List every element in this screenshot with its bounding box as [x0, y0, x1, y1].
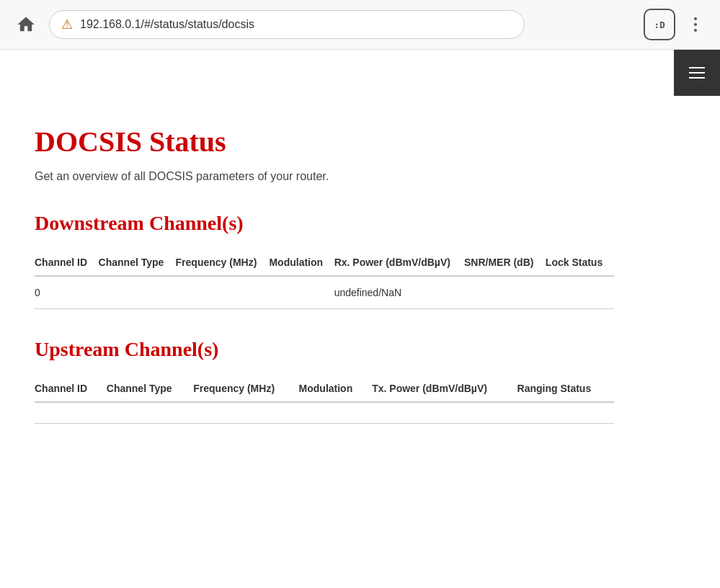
- downstream-cell-frequency: [176, 276, 270, 309]
- upstream-col-tx-power: Tx. Power (dBmV/dBµV): [372, 375, 517, 402]
- downstream-cell-snr-mer: [464, 276, 546, 309]
- page-nav: [0, 50, 720, 96]
- more-dot-1: [694, 17, 697, 20]
- upstream-col-modulation: Modulation: [299, 375, 373, 402]
- downstream-section-title: Downstream Channel(s): [35, 212, 614, 235]
- downstream-col-lock-status: Lock Status: [546, 249, 614, 276]
- page-subtitle: Get an overview of all DOCSIS parameters…: [35, 170, 614, 183]
- downstream-col-snr-mer: SNR/MER (dB): [464, 249, 546, 276]
- more-dot-2: [694, 23, 697, 26]
- devtools-button[interactable]: :D: [644, 9, 675, 40]
- main-content: DOCSIS Status Get an overview of all DOC…: [0, 96, 649, 481]
- downstream-cell-rx-power: undefined/NaN: [334, 276, 464, 309]
- upstream-col-channel-id: Channel ID: [35, 375, 107, 402]
- downstream-table-row: 0 undefined/NaN: [35, 276, 614, 309]
- downstream-section: Downstream Channel(s) Channel ID Channel…: [35, 212, 614, 309]
- upstream-empty-cell: [35, 402, 614, 424]
- downstream-cell-channel-type: [99, 276, 176, 309]
- hamburger-line-1: [689, 67, 705, 68]
- address-text: 192.168.0.1/#/status/status/docsis: [80, 18, 254, 31]
- warning-icon: ⚠: [61, 17, 73, 32]
- address-bar[interactable]: ⚠ 192.168.0.1/#/status/status/docsis: [49, 10, 525, 39]
- home-button[interactable]: [12, 10, 40, 39]
- upstream-table-empty-row: [35, 402, 614, 424]
- downstream-col-rx-power: Rx. Power (dBmV/dBµV): [334, 249, 464, 276]
- hamburger-line-3: [689, 77, 705, 79]
- upstream-col-channel-type: Channel Type: [107, 375, 193, 402]
- upstream-table-header-row: Channel ID Channel Type Frequency (MHz) …: [35, 375, 614, 402]
- browser-actions: :D: [644, 9, 708, 40]
- more-dot-3: [694, 29, 697, 32]
- downstream-cell-lock-status: [546, 276, 614, 309]
- downstream-col-channel-type: Channel Type: [99, 249, 176, 276]
- upstream-section: Upstream Channel(s) Channel ID Channel T…: [35, 338, 614, 424]
- upstream-table: Channel ID Channel Type Frequency (MHz) …: [35, 375, 614, 424]
- hamburger-menu-button[interactable]: [674, 50, 720, 96]
- upstream-col-ranging-status: Ranging Status: [517, 375, 614, 402]
- upstream-col-frequency: Frequency (MHz): [193, 375, 298, 402]
- browser-bar: ⚠ 192.168.0.1/#/status/status/docsis :D: [0, 0, 720, 50]
- upstream-section-title: Upstream Channel(s): [35, 338, 614, 361]
- downstream-col-channel-id: Channel ID: [35, 249, 99, 276]
- more-options-button[interactable]: [683, 12, 708, 37]
- downstream-table: Channel ID Channel Type Frequency (MHz) …: [35, 249, 614, 309]
- downstream-col-modulation: Modulation: [269, 249, 334, 276]
- page-title: DOCSIS Status: [35, 125, 614, 159]
- downstream-table-header-row: Channel ID Channel Type Frequency (MHz) …: [35, 249, 614, 276]
- downstream-col-frequency: Frequency (MHz): [176, 249, 270, 276]
- hamburger-line-2: [689, 72, 705, 74]
- downstream-cell-modulation: [269, 276, 334, 309]
- downstream-cell-channel-id: 0: [35, 276, 99, 309]
